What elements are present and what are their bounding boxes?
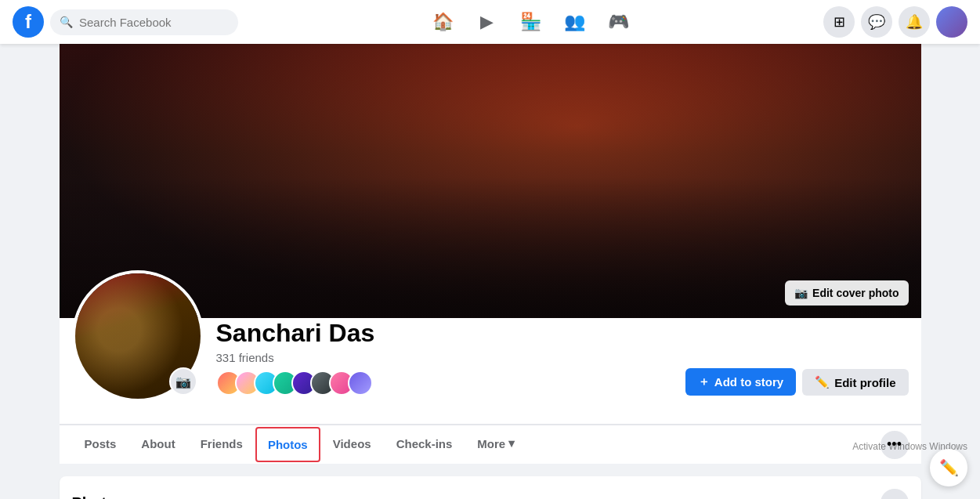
grid-icon: ⊞	[834, 13, 845, 31]
edit-cover-photo-button[interactable]: 📷 Edit cover photo	[785, 280, 908, 306]
messenger-icon: 💬	[868, 13, 885, 31]
search-icon: 🔍	[60, 16, 73, 28]
nav-right: ⊞ 💬 🔔	[823, 6, 967, 38]
marketplace-icon: 🏪	[520, 12, 541, 32]
user-avatar[interactable]	[936, 6, 967, 38]
cover-section: 📷 Edit cover photo 📷 Sanchari Das 331 fr…	[60, 44, 921, 425]
top-navigation: f 🔍 🏠 ▶ 🏪 👥 🎮 ⊞ 💬 🔔	[0, 0, 980, 44]
photos-section: Photos Add photos/video ••• Photos of Yo…	[60, 476, 921, 499]
floating-edit-button[interactable]: ✏️	[930, 449, 967, 486]
home-icon: 🏠	[432, 12, 454, 32]
add-to-story-button[interactable]: ＋ Add to story	[685, 368, 796, 396]
tab-more[interactable]: More ▾	[465, 425, 527, 464]
main-content: 📷 Edit cover photo 📷 Sanchari Das 331 fr…	[0, 44, 980, 499]
profile-tabs: Posts About Friends Photos Videos Check-…	[60, 425, 921, 464]
avatar-camera-button[interactable]: 📷	[169, 367, 197, 396]
profile-name: Sanchari Das	[216, 318, 673, 348]
tab-about[interactable]: About	[128, 426, 187, 464]
facebook-logo[interactable]: f	[13, 6, 44, 38]
tab-photos[interactable]: Photos	[255, 427, 320, 462]
nav-gaming-button[interactable]: 🎮	[600, 3, 638, 41]
profile-actions: ＋ Add to story ✏️ Edit profile	[685, 368, 909, 402]
gaming-icon: 🎮	[608, 12, 629, 32]
pencil-icon: ✏️	[815, 375, 830, 389]
profile-info-section: 📷 Sanchari Das 331 friends	[60, 318, 921, 425]
photos-actions: Add photos/video •••	[775, 489, 909, 499]
edit-profile-button[interactable]: ✏️ Edit profile	[802, 369, 908, 396]
photos-ellipsis-icon: •••	[887, 495, 902, 499]
plus-icon: ＋	[698, 374, 710, 389]
photos-title: Photos	[72, 494, 125, 499]
nav-marketplace-button[interactable]: 🏪	[512, 3, 550, 41]
chevron-down-icon: ▾	[508, 436, 515, 450]
photos-header: Photos Add photos/video •••	[72, 489, 909, 499]
camera-icon: 📷	[794, 287, 808, 299]
nav-home-button[interactable]: 🏠	[425, 3, 462, 41]
messenger-button[interactable]: 💬	[861, 6, 892, 38]
tab-checkins[interactable]: Check-ins	[384, 426, 465, 464]
floating-edit-icon: ✏️	[939, 458, 959, 477]
friend-count: 331 friends	[216, 351, 673, 364]
grid-menu-button[interactable]: ⊞	[823, 6, 855, 38]
camera-small-icon: 📷	[175, 374, 191, 389]
friend-avatar-8[interactable]	[348, 371, 373, 396]
search-input[interactable]	[79, 16, 229, 29]
photos-more-button[interactable]: •••	[881, 489, 909, 499]
video-icon: ▶	[480, 12, 494, 32]
tab-posts[interactable]: Posts	[72, 426, 129, 464]
nav-groups-button[interactable]: 👥	[556, 3, 594, 41]
nav-center: 🏠 ▶ 🏪 👥 🎮	[244, 3, 817, 41]
profile-details: Sanchari Das 331 friends	[216, 318, 673, 402]
profile-top: 📷 Sanchari Das 331 friends	[72, 318, 909, 411]
nav-video-button[interactable]: ▶	[468, 3, 506, 41]
notifications-button[interactable]: 🔔	[899, 6, 930, 38]
tab-videos[interactable]: Videos	[320, 426, 384, 464]
groups-icon: 👥	[564, 12, 585, 32]
friend-avatars	[216, 371, 673, 396]
profile-avatar-wrap: 📷	[72, 270, 204, 402]
search-container[interactable]: 🔍	[50, 9, 238, 35]
bell-icon: 🔔	[906, 13, 923, 31]
tab-friends[interactable]: Friends	[188, 426, 255, 464]
